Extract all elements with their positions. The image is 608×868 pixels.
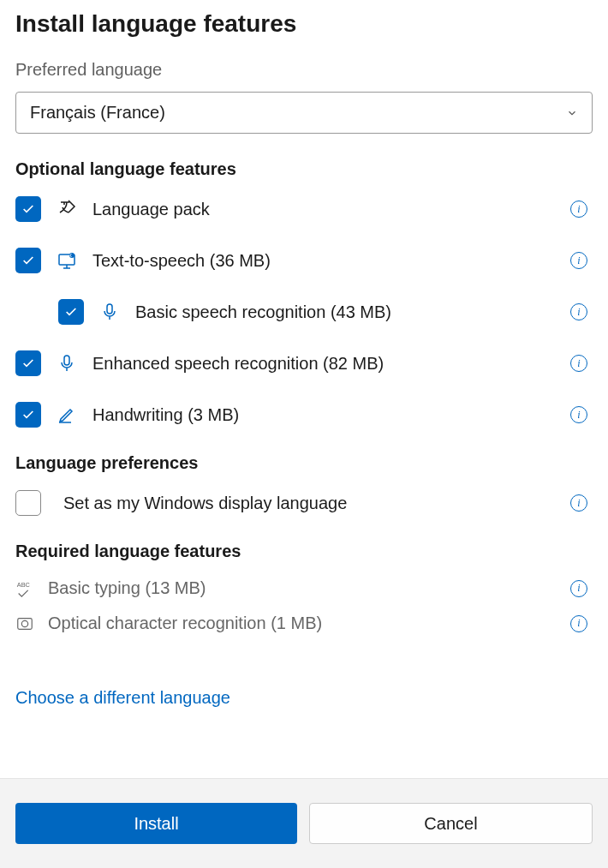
- install-button[interactable]: Install: [15, 803, 297, 844]
- info-icon[interactable]: i: [570, 303, 587, 320]
- row-text: Text-to-speech (36 MB): [92, 251, 555, 271]
- row-ocr: Optical character recognition (1 MB) i: [15, 614, 593, 633]
- checkbox-basic-speech[interactable]: [58, 299, 84, 325]
- preferred-language-label: Preferred language: [15, 60, 593, 80]
- language-dropdown[interactable]: Français (France): [15, 92, 593, 134]
- chevron-down-icon: [566, 107, 578, 119]
- language-preferences-heading: Language preferences: [15, 453, 593, 473]
- row-enhanced-speech: Enhanced speech recognition (82 MB) i: [15, 350, 593, 376]
- row-text: Basic speech recognition (43 MB): [135, 302, 555, 322]
- checkbox-enhanced-speech[interactable]: [15, 350, 41, 376]
- checkbox-tts[interactable]: [15, 248, 41, 273]
- svg-rect-3: [64, 356, 69, 365]
- svg-point-6: [21, 620, 27, 626]
- checkbox-language-pack[interactable]: [15, 196, 41, 222]
- monitor-speech-icon: [57, 250, 77, 271]
- row-basic-speech: Basic speech recognition (43 MB) i: [15, 299, 593, 325]
- row-text: Optical character recognition (1 MB): [48, 614, 557, 633]
- row-text: Handwriting (3 MB): [92, 405, 555, 425]
- row-text: Basic typing (13 MB): [48, 578, 557, 598]
- row-text: Language pack: [92, 200, 555, 219]
- typing-icon: ABC: [15, 579, 34, 598]
- info-icon[interactable]: i: [570, 252, 587, 269]
- info-icon[interactable]: i: [570, 201, 587, 218]
- row-basic-typing: ABC Basic typing (13 MB) i: [15, 578, 593, 598]
- language-dropdown-value: Français (France): [30, 103, 165, 123]
- handwriting-icon: [57, 404, 77, 425]
- choose-different-language-link[interactable]: Choose a different language: [15, 688, 230, 708]
- page-title: Install language features: [15, 10, 593, 38]
- svg-rect-5: [18, 618, 33, 629]
- optional-features-heading: Optional language features: [15, 159, 593, 179]
- checkbox-display-language[interactable]: [15, 490, 41, 516]
- info-icon[interactable]: i: [570, 494, 587, 512]
- language-icon: [57, 199, 77, 219]
- row-text: Set as my Windows display language: [60, 494, 551, 513]
- row-display-language: Set as my Windows display language i: [15, 490, 593, 516]
- checkbox-handwriting[interactable]: [15, 402, 41, 428]
- row-tts: Text-to-speech (36 MB) i: [15, 248, 593, 273]
- row-language-pack: Language pack i: [15, 196, 593, 222]
- info-icon[interactable]: i: [570, 580, 587, 597]
- svg-text:ABC: ABC: [17, 581, 31, 589]
- row-handwriting: Handwriting (3 MB) i: [15, 402, 593, 428]
- row-text: Enhanced speech recognition (82 MB): [92, 354, 555, 374]
- cancel-button[interactable]: Cancel: [309, 803, 593, 844]
- dialog-footer: Install Cancel: [0, 778, 608, 868]
- svg-rect-2: [107, 304, 112, 314]
- info-icon[interactable]: i: [570, 406, 587, 423]
- info-icon[interactable]: i: [570, 355, 587, 372]
- required-features-heading: Required language features: [15, 542, 593, 561]
- ocr-icon: [15, 614, 34, 633]
- microphone-icon: [57, 353, 77, 374]
- info-icon[interactable]: i: [570, 615, 587, 632]
- microphone-icon: [99, 302, 120, 322]
